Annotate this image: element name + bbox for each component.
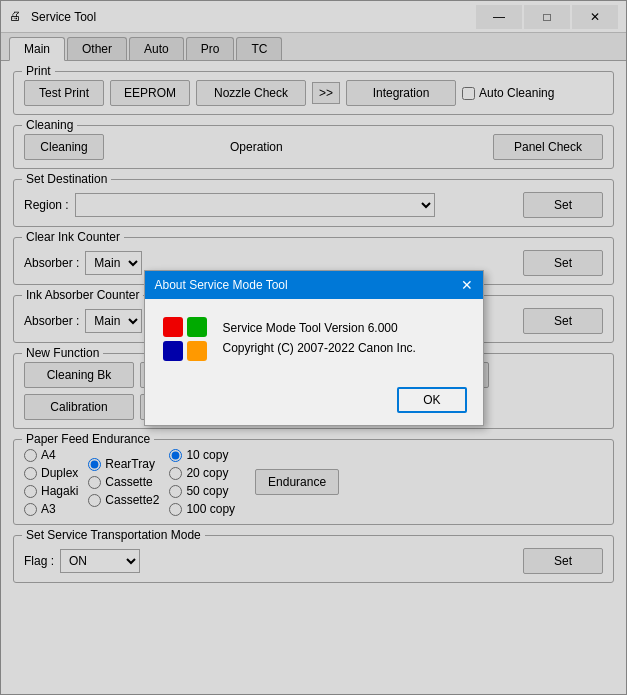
- svg-rect-3: [187, 341, 207, 361]
- modal-line2: Copyright (C) 2007-2022 Canon Inc.: [223, 339, 416, 358]
- modal-title: About Service Mode Tool: [155, 278, 288, 292]
- modal-text: Service Mode Tool Version 6.000 Copyrigh…: [223, 319, 416, 357]
- svg-rect-1: [187, 317, 207, 337]
- svg-rect-0: [163, 317, 183, 337]
- modal-line1: Service Mode Tool Version 6.000: [223, 319, 416, 338]
- modal-footer: OK: [145, 379, 483, 425]
- about-modal: About Service Mode Tool ✕ Service Mode T…: [144, 270, 484, 426]
- main-window: 🖨 Service Tool — □ ✕ Main Other Auto Pro…: [0, 0, 627, 695]
- modal-body: Service Mode Tool Version 6.000 Copyrigh…: [145, 299, 483, 379]
- modal-close-button[interactable]: ✕: [461, 277, 473, 293]
- modal-overlay: About Service Mode Tool ✕ Service Mode T…: [0, 0, 627, 695]
- modal-icon: [161, 315, 209, 363]
- svg-rect-2: [163, 341, 183, 361]
- modal-ok-button[interactable]: OK: [397, 387, 466, 413]
- modal-title-bar: About Service Mode Tool ✕: [145, 271, 483, 299]
